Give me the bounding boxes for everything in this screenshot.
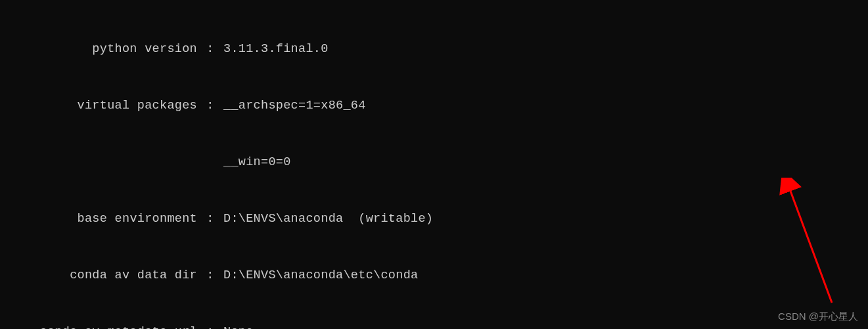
row-value: __archspec=1=x86_64: [223, 97, 868, 116]
output-row: base environment : D:\ENVS\anaconda (wri…: [0, 210, 868, 229]
row-label: conda av metadata url: [0, 323, 197, 329]
row-value: D:\ENVS\anaconda\etc\conda: [223, 266, 868, 286]
row-separator: :: [197, 266, 223, 286]
row-separator: :: [197, 40, 223, 59]
row-separator: :: [197, 323, 223, 329]
row-value: None: [223, 323, 868, 329]
output-row: __win=0=0: [0, 153, 868, 172]
row-separator: :: [197, 210, 223, 229]
row-value: D:\ENVS\anaconda (writable): [223, 210, 868, 229]
row-label: python version: [0, 40, 197, 59]
row-label: base environment: [0, 210, 197, 229]
output-row: conda av data dir : D:\ENVS\anaconda\etc…: [0, 266, 868, 286]
row-label: virtual packages: [0, 97, 197, 116]
row-value: __win=0=0: [0, 153, 291, 172]
row-label: conda av data dir: [0, 266, 197, 286]
output-row: python version : 3.11.3.final.0: [0, 40, 868, 59]
row-separator: :: [197, 97, 223, 116]
terminal-output: python version : 3.11.3.final.0 virtual …: [0, 3, 868, 329]
output-row: virtual packages : __archspec=1=x86_64: [0, 97, 868, 116]
row-value: 3.11.3.final.0: [223, 40, 868, 59]
watermark-text: CSDN @开心星人: [778, 309, 858, 324]
output-row: conda av metadata url : None: [0, 323, 868, 329]
